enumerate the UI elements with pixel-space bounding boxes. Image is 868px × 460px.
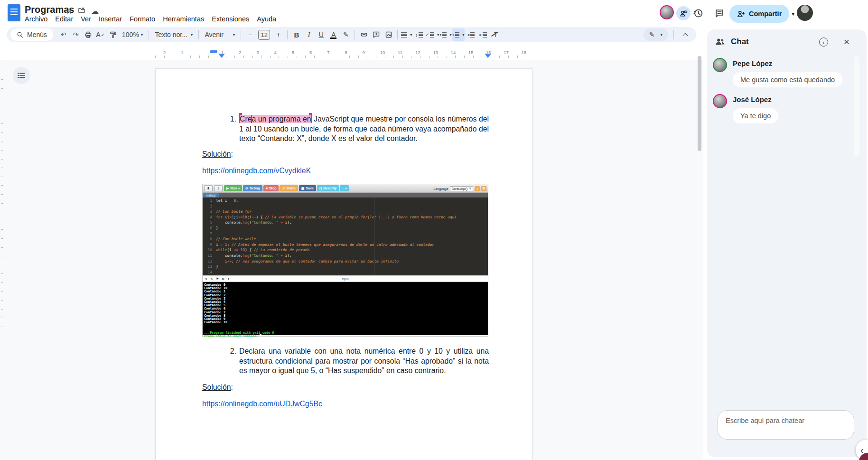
menu-ver[interactable]: Ver [77, 14, 95, 24]
code-editor-area: 1let i = 0;23// Con bucle for4for (i=1;i… [203, 197, 488, 275]
console-line: Contando: 9 [204, 283, 486, 286]
code-line: 1let i = 0; [203, 198, 488, 204]
horizontal-ruler[interactable] [155, 56, 532, 58]
redo-button[interactable]: ↷ [70, 28, 82, 41]
code-line: 2 [203, 204, 488, 210]
outdent-lines [470, 32, 475, 38]
add-comment-button[interactable] [370, 28, 382, 41]
menu-herramientas[interactable]: Herramientas [159, 14, 208, 24]
paragraph-style-select[interactable]: Texto nor...▾ [152, 28, 196, 41]
version-history-icon[interactable] [692, 7, 704, 19]
console-line: Contando: 5 [204, 303, 486, 307]
console-line: Contando: 8 [204, 314, 486, 317]
increase-indent-button[interactable]: ▸ [477, 28, 489, 41]
menus-search-button[interactable]: Menús [10, 28, 53, 41]
menu-insertar[interactable]: Insertar [95, 14, 126, 24]
editor-beautify-button: {}Beautify [317, 185, 339, 191]
list-item-1[interactable]: 1.Crea un programa en JavaScript que mue… [239, 114, 489, 144]
menu-extensiones[interactable]: Extensiones [208, 14, 253, 24]
increase-font-size-button[interactable]: + [272, 28, 284, 41]
text-color-button[interactable]: A [327, 28, 339, 41]
console-line: Contando: 6 [204, 307, 486, 310]
document-scrollbar[interactable] [698, 56, 701, 151]
editor-settings-button: ⚙ [481, 186, 486, 191]
left-indent-marker[interactable] [218, 54, 225, 58]
console-tool-icon: ✎ [211, 277, 213, 281]
collaborator-selected-text: a un programa en [252, 115, 311, 123]
list-item-2[interactable]: 2.Declara una variable con una nota numé… [239, 347, 489, 376]
avatar [713, 94, 727, 108]
collaborator-selection-start-marker [239, 115, 240, 123]
console-tool-icon: ⚙ [222, 277, 224, 281]
solution-link-1[interactable]: https://onlinegdb.com/vCvydkleK [202, 167, 311, 175]
collaborator-avatar[interactable] [660, 5, 674, 19]
editing-mode-button[interactable]: ✎▾ [644, 28, 668, 41]
document-page[interactable]: 1.Crea un programa en JavaScript que mue… [155, 68, 532, 460]
chat-input[interactable]: Escribe aquí para chatear [718, 410, 854, 440]
code-line: 3// Con bucle for [203, 209, 488, 215]
font-size-input[interactable]: 12 [258, 30, 270, 40]
save-icon: ▣ [301, 187, 305, 190]
collapse-toolbar-button[interactable] [679, 28, 691, 41]
account-avatar[interactable] [797, 5, 813, 21]
vertical-ruler[interactable] [1, 62, 3, 328]
console-cursor [260, 334, 261, 337]
paint-format-button[interactable] [107, 28, 119, 41]
menu-editar[interactable]: Editar [51, 14, 77, 24]
docs-logo-icon[interactable] [8, 4, 20, 21]
console-line: Press ENTER to exit console. [204, 334, 486, 338]
decrease-font-size-button[interactable]: − [244, 28, 256, 41]
info-icon[interactable]: i [819, 38, 828, 47]
chevron-down-icon: ▾ [437, 32, 439, 37]
menu-formato[interactable]: Formato [126, 14, 159, 24]
code-lines: 1let i = 0;23// Con bucle for4for (i=1;i… [203, 198, 488, 275]
code-line: 7 [203, 232, 488, 237]
bullet-list-button[interactable]: •▾ [439, 28, 451, 41]
show-chat-button[interactable] [676, 6, 691, 20]
numbered-list-button[interactable]: 1▾ [452, 28, 465, 41]
italic-button[interactable]: I [303, 28, 315, 41]
comments-icon[interactable] [713, 7, 726, 19]
bold-button[interactable]: B [290, 28, 302, 41]
console-line: ...Program finished with exit code 0 [204, 331, 486, 334]
spellcheck-button[interactable]: A✓ [94, 28, 106, 41]
align-button[interactable]: ▾ [401, 28, 412, 41]
chevron-down-icon: ▾ [191, 32, 193, 37]
ruler-number: 18 [521, 50, 526, 55]
print-button[interactable] [82, 28, 94, 41]
decrease-indent-button[interactable]: ◂ [465, 28, 477, 41]
right-indent-marker[interactable] [485, 54, 491, 58]
line-spacing-button[interactable]: ↕ [413, 28, 425, 41]
console-output: Contando: 9Contando: 10Contando: 1Contan… [203, 282, 488, 335]
chat-sender-name: José López [733, 94, 857, 103]
console-input-label: input [203, 277, 488, 281]
undo-button[interactable]: ↶ [57, 28, 69, 41]
checklist-icon: ✓ [425, 32, 429, 37]
first-line-indent-marker[interactable] [210, 50, 217, 53]
list-number: 2. [225, 347, 236, 357]
solution-heading-2[interactable]: Solución: [202, 383, 233, 392]
font-select[interactable]: Avenir▾ [202, 28, 238, 41]
onlinegdb-screenshot[interactable]: ▮ ↥ ▶Run▾⊙Debug■Stop↗Share▣Save{}Beautif… [202, 184, 488, 337]
insert-link-button[interactable] [358, 28, 370, 41]
menu-archivo[interactable]: Archivo [21, 14, 51, 24]
close-chat-button[interactable]: × [840, 35, 853, 48]
solution-heading-1[interactable]: Solución: [202, 150, 233, 159]
chat-message: Pepe LópezMe gusta como está quedando [713, 58, 857, 87]
toolbar-separator [241, 30, 241, 39]
document-outline-button[interactable] [13, 67, 30, 84]
line-spacing-icon: ↕ [415, 32, 418, 38]
spellcheck-check: ✓ [101, 32, 105, 38]
share-button[interactable]: Compartir ▼ [729, 5, 789, 23]
insert-image-button[interactable] [383, 28, 394, 41]
checklist-button[interactable]: ✓▾ [425, 28, 439, 41]
menu-ayuda[interactable]: Ayuda [253, 14, 280, 24]
zoom-select[interactable]: 100%▾ [119, 28, 146, 41]
highlight-color-button[interactable]: ✎ [340, 28, 352, 41]
editor-toolbar-buttons: ▶Run▾⊙Debug■Stop↗Share▣Save{}Beautify↓▾ [224, 185, 349, 191]
solution-link-2[interactable]: https://onlinegdb.com/uUDJwCg5Bc [202, 400, 322, 408]
upload-icon: ↥ [217, 186, 220, 190]
clear-formatting-button[interactable]: T [490, 28, 502, 41]
console-line: Contando: 3 [204, 297, 486, 300]
underline-button[interactable]: U [315, 28, 327, 41]
